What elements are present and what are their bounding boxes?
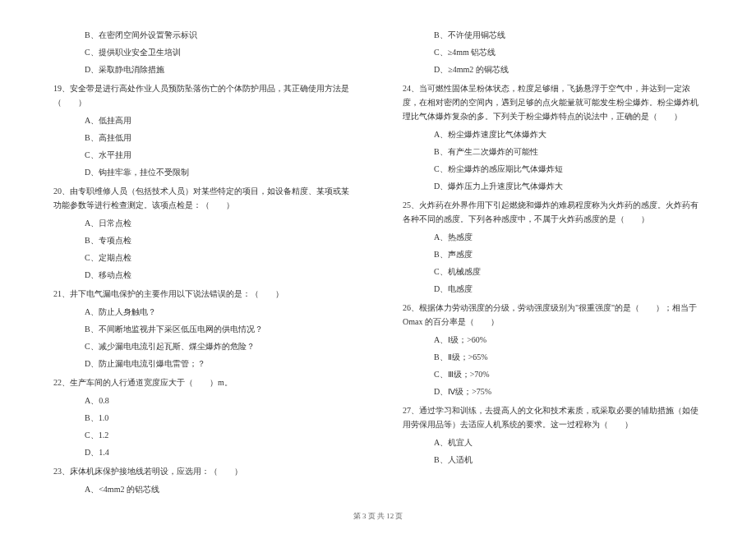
q24-option-d: D、爆炸压力上升速度比气体爆炸大: [434, 180, 703, 193]
q20-stem: 20、由专职维修人员（包括技术人员）对某些特定的项目，如设备精度、某项或某功能参…: [53, 184, 353, 212]
q19-stem: 19、安全带是进行高处作业人员预防坠落伤亡的个体防护用品，其正确使用方法是（ ）: [53, 81, 353, 109]
right-column: B、不许使用铜芯线 C、≥4mm 铝芯线 D、≥4mm2 的铜芯线 24、当可燃…: [378, 25, 715, 493]
q20-option-a: A、日常点检: [85, 217, 353, 230]
q21-option-c: C、减少漏电电流引起瓦斯、煤尘爆炸的危险？: [85, 340, 353, 353]
page-container: B、在密闭空间外设置警示标识 C、提供职业安全卫生培训 D、采取静电消除措施 1…: [0, 0, 756, 509]
q25-option-a: A、热感度: [434, 231, 703, 244]
page-footer: 第 3 页 共 12 页: [0, 511, 756, 522]
q22-stem: 22、生产车间的人行通道宽度应大于（ ）m。: [53, 375, 353, 389]
q19-option-c: C、水平挂用: [85, 149, 353, 162]
q21-stem: 21、井下电气漏电保护的主要作用以下说法错误的是：（ ）: [53, 287, 353, 301]
q25-option-b: B、声感度: [434, 248, 703, 261]
q18-option-b: B、在密闭空间外设置警示标识: [85, 29, 353, 42]
q20-option-b: B、专项点检: [85, 234, 353, 247]
q24-option-b: B、有产生二次爆炸的可能性: [434, 145, 703, 159]
q21-option-d: D、防止漏电电流引爆电雷管；？: [85, 357, 353, 371]
q25-option-c: C、机械感度: [434, 265, 703, 279]
q26-option-c: C、Ⅲ级；>70%: [434, 368, 703, 381]
q22-option-b: B、1.0: [85, 412, 353, 425]
q23-option-c: C、≥4mm 铝芯线: [434, 46, 703, 59]
q23-option-b: B、不许使用铜芯线: [434, 29, 703, 42]
q19-option-a: A、低挂高用: [85, 114, 353, 127]
q18-option-c: C、提供职业安全卫生培训: [85, 46, 353, 59]
q26-option-a: A、Ⅰ级；>60%: [434, 334, 703, 347]
q22-option-d: D、1.4: [85, 446, 353, 459]
q20-option-d: D、移动点检: [85, 269, 353, 282]
q27-stem: 27、通过学习和训练，去提高人的文化和技术素质，或采取必要的辅助措施（如使用劳保…: [403, 403, 703, 431]
q19-option-b: B、高挂低用: [85, 131, 353, 145]
q23-option-d: D、≥4mm2 的铜芯线: [434, 63, 703, 76]
q26-option-d: D、Ⅳ级；>75%: [434, 385, 703, 398]
q20-option-c: C、定期点检: [85, 251, 353, 265]
q24-option-a: A、粉尘爆炸速度比气体爆炸大: [434, 128, 703, 141]
q22-option-c: C、1.2: [85, 429, 353, 442]
q25-stem: 25、火炸药在外界作用下引起燃烧和爆炸的难易程度称为火炸药的感度。火炸药有各种不…: [403, 198, 703, 226]
q27-option-a: A、机宜人: [434, 436, 703, 449]
q23-option-a: A、<4mm2 的铝芯线: [85, 483, 353, 496]
q24-stem: 24、当可燃性固体呈粉体状态，粒度足够细，飞扬悬浮于空气中，并达到一定浓度，在相…: [403, 81, 703, 123]
q24-option-c: C、粉尘爆炸的感应期比气体爆炸短: [434, 163, 703, 176]
q25-option-d: D、电感度: [434, 283, 703, 296]
q26-option-b: B、Ⅱ级；>65%: [434, 351, 703, 364]
q21-option-a: A、防止人身触电？: [85, 306, 353, 319]
q22-option-a: A、0.8: [85, 394, 353, 407]
q26-stem: 26、根据体力劳动强度的分级，劳动强度级别为"很重强度"的是（ ）；相当于 Om…: [403, 301, 703, 329]
left-column: B、在密闭空间外设置警示标识 C、提供职业安全卫生培训 D、采取静电消除措施 1…: [41, 25, 378, 493]
q27-option-b: B、人适机: [434, 453, 703, 467]
q23-stem: 23、床体机床保护接地线若明设，应选用：（ ）: [53, 464, 353, 478]
q21-option-b: B、不间断地监视井下采区低压电网的供电情况？: [85, 323, 353, 336]
q19-option-d: D、钩挂牢靠，挂位不受限制: [85, 166, 353, 179]
q18-option-d: D、采取静电消除措施: [85, 63, 353, 76]
